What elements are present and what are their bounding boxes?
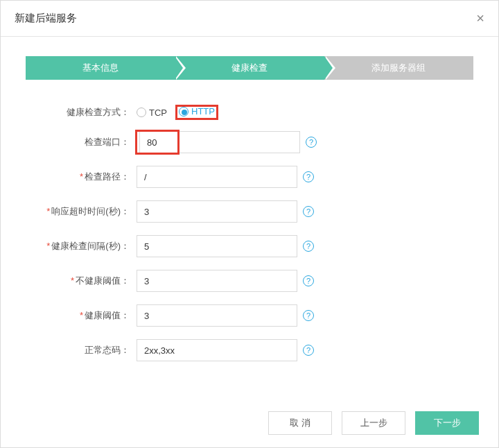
input-path[interactable] <box>137 166 297 188</box>
row-port: 检查端口： ? <box>33 131 466 153</box>
help-icon[interactable]: ? <box>303 206 314 217</box>
wizard-steps: 基本信息 健康检查 添加服务器组 <box>26 56 473 80</box>
row-unhealthy: *不健康阈值： ? <box>33 270 466 292</box>
help-icon[interactable]: ? <box>303 275 314 286</box>
highlight-annotation <box>137 131 178 153</box>
dialog-header: 新建后端服务 × <box>1 1 498 37</box>
row-healthy: *健康阈值： ? <box>33 304 466 327</box>
step-label: 基本信息 <box>82 62 119 73</box>
help-icon[interactable]: ? <box>306 137 317 148</box>
help-icon[interactable]: ? <box>303 345 314 356</box>
row-interval: *健康检查间隔(秒)： ? <box>33 235 466 257</box>
row-path: *检查路径： ? <box>33 166 466 188</box>
help-icon[interactable]: ? <box>303 310 314 321</box>
label-interval: *健康检查间隔(秒)： <box>33 240 137 252</box>
health-check-form: 健康检查方式： TCP HTTP 检查端口： <box>26 106 473 361</box>
dialog-footer: 取 消 上一步 下一步 <box>268 411 479 435</box>
row-codes: 正常态码： ? <box>33 339 466 361</box>
label-timeout: *响应超时时间(秒)： <box>33 205 137 218</box>
required-asterisk: * <box>71 275 74 286</box>
label-check-method: 健康检查方式： <box>33 106 137 119</box>
required-asterisk: * <box>46 241 50 251</box>
step-health-check[interactable]: 健康检查 <box>175 56 324 80</box>
row-check-method: 健康检查方式： TCP HTTP <box>33 106 466 119</box>
step-add-server-group[interactable]: 添加服务器组 <box>324 56 473 80</box>
input-unhealthy[interactable] <box>137 270 297 292</box>
required-asterisk: * <box>80 171 83 182</box>
radio-dot-icon <box>137 107 146 117</box>
radio-dot-icon <box>179 107 189 117</box>
dialog-create-backend-service: 新建后端服务 × 基本信息 健康检查 添加服务器组 健康检查方式： <box>0 0 499 448</box>
prev-button[interactable]: 上一步 <box>342 411 405 435</box>
dialog-body: 基本信息 健康检查 添加服务器组 健康检查方式： TCP <box>1 37 498 361</box>
radio-label-tcp: TCP <box>149 107 167 118</box>
radio-http[interactable]: HTTP <box>179 106 215 117</box>
cancel-button[interactable]: 取 消 <box>268 411 332 435</box>
step-label: 健康检查 <box>231 62 268 73</box>
input-timeout[interactable] <box>137 200 297 223</box>
label-codes: 正常态码： <box>33 344 137 356</box>
help-icon[interactable]: ? <box>303 241 314 252</box>
step-label: 添加服务器组 <box>371 62 426 73</box>
highlight-annotation: HTTP <box>177 106 217 119</box>
step-basic-info[interactable]: 基本信息 <box>26 56 175 80</box>
input-codes[interactable] <box>137 339 297 361</box>
input-healthy[interactable] <box>137 304 297 327</box>
radio-label-http: HTTP <box>191 106 215 117</box>
label-path: *检查路径： <box>33 171 137 183</box>
label-unhealthy: *不健康阈值： <box>33 275 137 287</box>
next-button[interactable]: 下一步 <box>415 411 479 435</box>
input-interval[interactable] <box>137 235 297 257</box>
row-timeout: *响应超时时间(秒)： ? <box>33 200 466 223</box>
radio-tcp[interactable]: TCP <box>137 107 167 118</box>
label-port: 检查端口： <box>33 136 137 148</box>
required-asterisk: * <box>80 310 83 320</box>
help-icon[interactable]: ? <box>303 171 314 182</box>
required-asterisk: * <box>46 206 50 216</box>
dialog-title: 新建后端服务 <box>15 12 77 25</box>
close-icon[interactable]: × <box>476 10 484 26</box>
label-healthy: *健康阈值： <box>33 309 137 322</box>
